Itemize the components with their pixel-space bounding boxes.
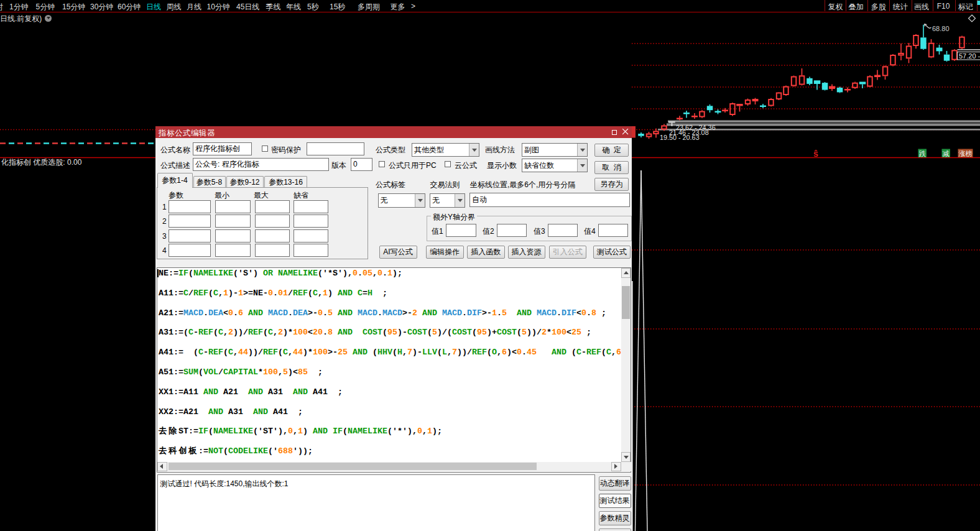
svg-text:减: 减 bbox=[943, 150, 950, 157]
svg-text:化指标创 优质选股: 0.00: 化指标创 优质选股: 0.00 bbox=[1, 158, 82, 167]
svg-text:ŝ: ŝ bbox=[813, 149, 818, 159]
svg-text:跌: 跌 bbox=[919, 150, 927, 157]
svg-text:涨榜: 涨榜 bbox=[959, 150, 973, 157]
svg-text:57.20 -: 57.20 - bbox=[959, 52, 980, 60]
svg-text:19.50 - 20.63: 19.50 - 20.63 bbox=[660, 134, 700, 141]
svg-text:68.80: 68.80 bbox=[932, 25, 950, 32]
